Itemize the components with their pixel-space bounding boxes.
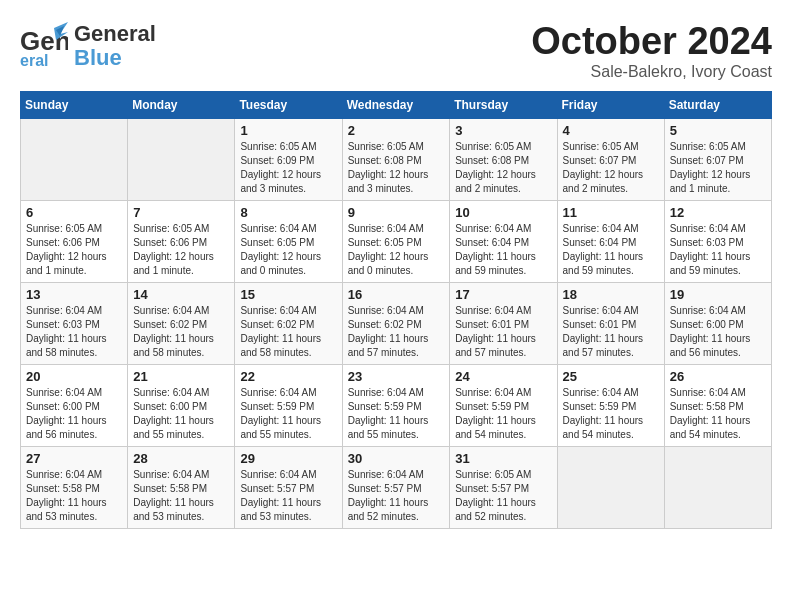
day-number: 28: [133, 451, 229, 466]
weekday-header-saturday: Saturday: [664, 92, 771, 119]
day-info: Sunrise: 6:04 AM Sunset: 6:00 PM Dayligh…: [670, 304, 766, 360]
calendar-cell: 30Sunrise: 6:04 AM Sunset: 5:57 PM Dayli…: [342, 447, 450, 529]
calendar-cell: [21, 119, 128, 201]
weekday-header-tuesday: Tuesday: [235, 92, 342, 119]
day-number: 16: [348, 287, 445, 302]
day-info: Sunrise: 6:04 AM Sunset: 6:00 PM Dayligh…: [133, 386, 229, 442]
calendar-cell: 22Sunrise: 6:04 AM Sunset: 5:59 PM Dayli…: [235, 365, 342, 447]
calendar-cell: 9Sunrise: 6:04 AM Sunset: 6:05 PM Daylig…: [342, 201, 450, 283]
logo: Gen eral General Blue: [20, 20, 156, 72]
day-number: 30: [348, 451, 445, 466]
calendar-cell: 29Sunrise: 6:04 AM Sunset: 5:57 PM Dayli…: [235, 447, 342, 529]
day-number: 22: [240, 369, 336, 384]
weekday-header-wednesday: Wednesday: [342, 92, 450, 119]
day-number: 6: [26, 205, 122, 220]
day-number: 31: [455, 451, 551, 466]
calendar-cell: [557, 447, 664, 529]
day-number: 20: [26, 369, 122, 384]
day-number: 5: [670, 123, 766, 138]
day-info: Sunrise: 6:05 AM Sunset: 5:57 PM Dayligh…: [455, 468, 551, 524]
calendar-cell: 24Sunrise: 6:04 AM Sunset: 5:59 PM Dayli…: [450, 365, 557, 447]
day-info: Sunrise: 6:05 AM Sunset: 6:08 PM Dayligh…: [348, 140, 445, 196]
day-info: Sunrise: 6:05 AM Sunset: 6:09 PM Dayligh…: [240, 140, 336, 196]
calendar-cell: 15Sunrise: 6:04 AM Sunset: 6:02 PM Dayli…: [235, 283, 342, 365]
calendar-cell: 16Sunrise: 6:04 AM Sunset: 6:02 PM Dayli…: [342, 283, 450, 365]
day-number: 7: [133, 205, 229, 220]
calendar-cell: 14Sunrise: 6:04 AM Sunset: 6:02 PM Dayli…: [128, 283, 235, 365]
calendar-cell: 5Sunrise: 6:05 AM Sunset: 6:07 PM Daylig…: [664, 119, 771, 201]
weekday-header-friday: Friday: [557, 92, 664, 119]
calendar-header-row: SundayMondayTuesdayWednesdayThursdayFrid…: [21, 92, 772, 119]
day-number: 18: [563, 287, 659, 302]
calendar-cell: 2Sunrise: 6:05 AM Sunset: 6:08 PM Daylig…: [342, 119, 450, 201]
day-number: 15: [240, 287, 336, 302]
calendar-cell: 19Sunrise: 6:04 AM Sunset: 6:00 PM Dayli…: [664, 283, 771, 365]
day-info: Sunrise: 6:05 AM Sunset: 6:07 PM Dayligh…: [563, 140, 659, 196]
calendar-cell: 1Sunrise: 6:05 AM Sunset: 6:09 PM Daylig…: [235, 119, 342, 201]
calendar-cell: 27Sunrise: 6:04 AM Sunset: 5:58 PM Dayli…: [21, 447, 128, 529]
day-info: Sunrise: 6:04 AM Sunset: 6:00 PM Dayligh…: [26, 386, 122, 442]
day-info: Sunrise: 6:04 AM Sunset: 6:01 PM Dayligh…: [455, 304, 551, 360]
day-info: Sunrise: 6:04 AM Sunset: 5:58 PM Dayligh…: [26, 468, 122, 524]
day-number: 13: [26, 287, 122, 302]
day-info: Sunrise: 6:04 AM Sunset: 6:02 PM Dayligh…: [133, 304, 229, 360]
calendar-table: SundayMondayTuesdayWednesdayThursdayFrid…: [20, 91, 772, 529]
calendar-week-row: 20Sunrise: 6:04 AM Sunset: 6:00 PM Dayli…: [21, 365, 772, 447]
day-number: 12: [670, 205, 766, 220]
calendar-cell: 31Sunrise: 6:05 AM Sunset: 5:57 PM Dayli…: [450, 447, 557, 529]
day-info: Sunrise: 6:04 AM Sunset: 5:57 PM Dayligh…: [240, 468, 336, 524]
day-info: Sunrise: 6:04 AM Sunset: 6:01 PM Dayligh…: [563, 304, 659, 360]
day-info: Sunrise: 6:04 AM Sunset: 5:58 PM Dayligh…: [670, 386, 766, 442]
day-number: 25: [563, 369, 659, 384]
day-info: Sunrise: 6:04 AM Sunset: 5:59 PM Dayligh…: [563, 386, 659, 442]
weekday-header-monday: Monday: [128, 92, 235, 119]
location-subtitle: Sale-Balekro, Ivory Coast: [531, 63, 772, 81]
calendar-cell: 12Sunrise: 6:04 AM Sunset: 6:03 PM Dayli…: [664, 201, 771, 283]
svg-text:eral: eral: [20, 52, 48, 68]
day-number: 9: [348, 205, 445, 220]
calendar-week-row: 6Sunrise: 6:05 AM Sunset: 6:06 PM Daylig…: [21, 201, 772, 283]
day-info: Sunrise: 6:04 AM Sunset: 6:04 PM Dayligh…: [455, 222, 551, 278]
calendar-cell: 18Sunrise: 6:04 AM Sunset: 6:01 PM Dayli…: [557, 283, 664, 365]
day-number: 1: [240, 123, 336, 138]
page-header: Gen eral General Blue October 2024 Sale-…: [20, 20, 772, 81]
calendar-week-row: 13Sunrise: 6:04 AM Sunset: 6:03 PM Dayli…: [21, 283, 772, 365]
day-number: 10: [455, 205, 551, 220]
day-info: Sunrise: 6:04 AM Sunset: 6:03 PM Dayligh…: [26, 304, 122, 360]
calendar-cell: 23Sunrise: 6:04 AM Sunset: 5:59 PM Dayli…: [342, 365, 450, 447]
day-info: Sunrise: 6:04 AM Sunset: 6:05 PM Dayligh…: [240, 222, 336, 278]
calendar-week-row: 27Sunrise: 6:04 AM Sunset: 5:58 PM Dayli…: [21, 447, 772, 529]
day-info: Sunrise: 6:04 AM Sunset: 6:04 PM Dayligh…: [563, 222, 659, 278]
calendar-cell: 13Sunrise: 6:04 AM Sunset: 6:03 PM Dayli…: [21, 283, 128, 365]
calendar-cell: 6Sunrise: 6:05 AM Sunset: 6:06 PM Daylig…: [21, 201, 128, 283]
month-title: October 2024: [531, 20, 772, 63]
day-number: 11: [563, 205, 659, 220]
logo-blue-text: Blue: [74, 46, 156, 70]
day-number: 29: [240, 451, 336, 466]
calendar-cell: 26Sunrise: 6:04 AM Sunset: 5:58 PM Dayli…: [664, 365, 771, 447]
day-info: Sunrise: 6:04 AM Sunset: 5:58 PM Dayligh…: [133, 468, 229, 524]
day-info: Sunrise: 6:05 AM Sunset: 6:06 PM Dayligh…: [133, 222, 229, 278]
calendar-cell: 11Sunrise: 6:04 AM Sunset: 6:04 PM Dayli…: [557, 201, 664, 283]
day-info: Sunrise: 6:04 AM Sunset: 5:59 PM Dayligh…: [348, 386, 445, 442]
day-number: 21: [133, 369, 229, 384]
logo-icon: Gen eral: [20, 20, 68, 68]
calendar-cell: 20Sunrise: 6:04 AM Sunset: 6:00 PM Dayli…: [21, 365, 128, 447]
day-info: Sunrise: 6:04 AM Sunset: 6:03 PM Dayligh…: [670, 222, 766, 278]
day-info: Sunrise: 6:04 AM Sunset: 5:59 PM Dayligh…: [455, 386, 551, 442]
calendar-cell: [664, 447, 771, 529]
day-number: 14: [133, 287, 229, 302]
title-area: October 2024 Sale-Balekro, Ivory Coast: [531, 20, 772, 81]
calendar-cell: 10Sunrise: 6:04 AM Sunset: 6:04 PM Dayli…: [450, 201, 557, 283]
calendar-cell: 28Sunrise: 6:04 AM Sunset: 5:58 PM Dayli…: [128, 447, 235, 529]
calendar-cell: 17Sunrise: 6:04 AM Sunset: 6:01 PM Dayli…: [450, 283, 557, 365]
calendar-cell: 7Sunrise: 6:05 AM Sunset: 6:06 PM Daylig…: [128, 201, 235, 283]
calendar-cell: 8Sunrise: 6:04 AM Sunset: 6:05 PM Daylig…: [235, 201, 342, 283]
day-info: Sunrise: 6:04 AM Sunset: 6:05 PM Dayligh…: [348, 222, 445, 278]
day-number: 27: [26, 451, 122, 466]
calendar-cell: 25Sunrise: 6:04 AM Sunset: 5:59 PM Dayli…: [557, 365, 664, 447]
weekday-header-thursday: Thursday: [450, 92, 557, 119]
weekday-header-sunday: Sunday: [21, 92, 128, 119]
day-number: 24: [455, 369, 551, 384]
calendar-cell: 4Sunrise: 6:05 AM Sunset: 6:07 PM Daylig…: [557, 119, 664, 201]
